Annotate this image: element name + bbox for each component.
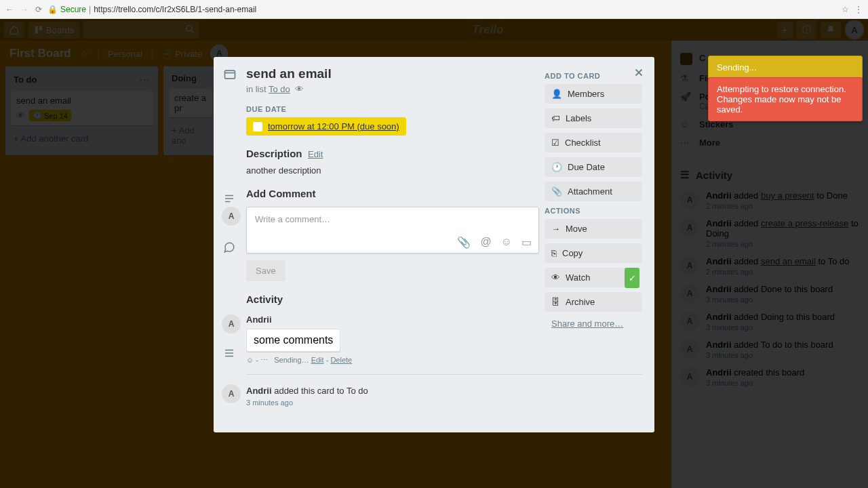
checklist-icon: ☑	[551, 138, 559, 148]
toast-connection-error: Attempting to restore connection. Change…	[708, 77, 863, 121]
save-comment-button[interactable]: Save	[246, 260, 285, 281]
avatar: A	[222, 314, 241, 333]
edit-description-link[interactable]: Edit	[308, 149, 323, 159]
due-checkbox[interactable]	[253, 122, 262, 131]
add-comment-heading: Add Comment	[246, 188, 316, 199]
share-link[interactable]: Share and more…	[545, 319, 642, 329]
emoji-icon[interactable]: ☺	[501, 236, 512, 249]
eye-icon: 👁	[551, 272, 560, 283]
copy-icon: ⎘	[551, 248, 557, 258]
duedate-button[interactable]: 🕐Due Date	[545, 157, 642, 177]
edit-comment-link[interactable]: Edit	[311, 356, 324, 364]
watch-button[interactable]: 👁Watch✓	[545, 268, 625, 287]
labels-icon: 🏷	[551, 113, 560, 123]
attachment-button[interactable]: 📎Attachment	[545, 182, 642, 201]
add-to-card-label: ADD TO CARD	[545, 72, 642, 80]
watch-icon[interactable]: 👁	[295, 84, 304, 94]
comment-input-box[interactable]: Write a comment… 📎 @ ☺ ▭	[246, 207, 539, 253]
bookmark-star-icon[interactable]: ☆	[842, 5, 849, 14]
watch-checked-icon: ✓	[625, 268, 639, 288]
comment-meta: ☺ - ⋯ Sending… Edit - Delete	[246, 356, 642, 365]
archive-button[interactable]: 🗄Archive	[545, 292, 642, 312]
description-heading: Description	[246, 148, 302, 159]
avatar: A	[222, 384, 241, 403]
toast-sending: Sending...	[708, 56, 863, 79]
reload-icon[interactable]: ⟳	[35, 5, 42, 14]
comment-avatar: A	[222, 207, 241, 226]
card-link-icon[interactable]: ▭	[521, 236, 532, 249]
checklist-button[interactable]: ☑Checklist	[545, 133, 642, 152]
activity-author[interactable]: Andrii	[246, 386, 272, 396]
activity-time: 3 minutes ago	[246, 399, 642, 407]
members-button[interactable]: 👤Members	[545, 84, 642, 104]
move-button[interactable]: →Move	[545, 219, 642, 239]
activity-heading: Activity	[246, 293, 283, 305]
archive-icon: 🗄	[551, 297, 560, 307]
card-icon	[223, 68, 237, 81]
delete-comment-link[interactable]: Delete	[330, 356, 352, 364]
attachment-icon[interactable]: 📎	[457, 236, 471, 249]
activity-entry: A Andrii added this card to To do 3 minu…	[246, 384, 642, 407]
clock-icon: 🕐	[551, 162, 562, 172]
browser-menu-icon[interactable]: ⋮	[854, 5, 863, 14]
activity-icon	[223, 347, 235, 359]
list-link[interactable]: To do	[269, 84, 290, 94]
actions-label: ACTIONS	[545, 207, 642, 215]
copy-button[interactable]: ⎘Copy	[545, 243, 642, 263]
description-icon	[223, 192, 235, 205]
secure-label: Secure	[60, 5, 86, 14]
due-date-badge[interactable]: tomorrow at 12:00 PM (due soon)	[246, 117, 406, 136]
browser-chrome: ← → ⟳ 🔒 Secure | https://trello.com/c/Ir…	[0, 0, 868, 19]
arrow-icon: →	[551, 224, 560, 234]
comment-placeholder[interactable]: Write a comment…	[247, 207, 538, 232]
svg-rect-3	[225, 70, 235, 79]
card-modal: send an email in list To do 👁 DUE DATE t…	[214, 57, 654, 432]
card-sidebar: ADD TO CARD 👤Members 🏷Labels ☑Checklist …	[545, 66, 642, 329]
attachment-icon: 📎	[551, 186, 562, 197]
mention-icon[interactable]: @	[480, 236, 491, 249]
labels-button[interactable]: 🏷Labels	[545, 108, 642, 128]
members-icon: 👤	[551, 89, 562, 99]
back-icon[interactable]: ←	[5, 5, 14, 14]
comment-icon	[223, 241, 235, 253]
url-text[interactable]: https://trello.com/c/Ir2xS6LB/1-send-an-…	[94, 5, 256, 14]
forward-icon[interactable]: →	[20, 5, 28, 14]
comment-bubble: some comments	[246, 329, 340, 352]
